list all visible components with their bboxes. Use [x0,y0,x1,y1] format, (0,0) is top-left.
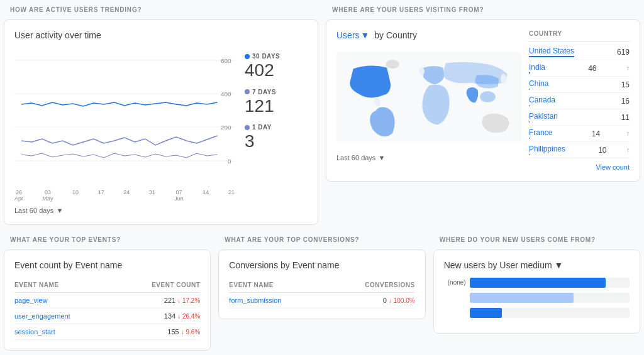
map-title: Users ▼ by Country [336,30,521,40]
metric-1-day-value: 3 [245,131,255,152]
new-users-panel-title: New users by User medium ▼ [444,260,630,270]
country-count-canada: 16 [611,97,630,106]
metric-7-days-dot [245,89,250,94]
col-conv-count: CONVERSIONS [324,278,414,293]
country-bar-india [529,72,530,74]
new-users-bar-chart: (none) [444,278,630,318]
trend-up-philippines: ↑ [626,146,630,153]
top-events-section-label: WHAT ARE YOUR TOP EVENTS? [0,230,214,246]
conversions-table: EVENT NAME CONVERSIONS form_submission 0… [229,278,414,309]
users-dropdown[interactable]: Users ▼ [336,30,369,40]
svg-point-11 [480,91,496,102]
bar-container-2 [470,293,630,303]
activity-chart-svg: 600 400 200 0 [14,48,235,186]
chart-legend: 30 DAYS 402 7 DAYS 121 [245,48,308,214]
country-count-pakistan: 11 [611,113,630,122]
last-60-days-button[interactable]: Last 60 days ▼ [14,207,63,214]
svg-text:600: 600 [221,57,231,63]
trend-up-france: ↑ [626,130,630,137]
trend-up-india: ↑ [626,65,630,72]
metric-7-days: 7 DAYS 121 [245,89,308,117]
bar-container-none [470,278,630,288]
new-users-section-label: WHERE DO YOUR NEW USERS COME FROM? [430,230,644,246]
country-row-philippines: Philippines 10 ↑ [529,142,630,158]
bar-label-none: (none) [444,279,466,286]
change-session-start: ↓ 9.6% [181,329,201,336]
country-row-india: India 46 ↑ [529,60,630,77]
world-map-svg [336,46,521,147]
metric-1-day-dot [245,125,250,130]
country-name-us[interactable]: United States [529,46,574,55]
bar-row-none: (none) [444,278,630,288]
top-conversions-panel-title: Conversions by Event name [229,260,414,270]
country-bar-france [529,138,530,139]
new-users-section: WHERE DO YOUR NEW USERS COME FROM? New u… [430,230,644,356]
events-table: EVENT NAME EVENT COUNT page_view 221 ↓ 1… [14,278,200,340]
table-row: session_start 155 ↓ 9.6% [14,324,200,339]
top-events-panel: Event count by Event name EVENT NAME EVE… [4,249,211,351]
country-count-us: 619 [611,48,630,57]
bar-container-3 [470,308,630,318]
bar-fill-2 [470,293,574,303]
active-users-panel: User activity over time 600 400 200 0 [4,19,318,225]
country-name-canada[interactable]: Canada [529,96,555,104]
metric-30-days: 30 DAYS 402 [245,53,308,81]
country-bar-canada [529,105,530,106]
bar-fill-3 [470,308,502,318]
country-bar-china [529,89,530,90]
conv-link-form-submission[interactable]: form_submission [229,297,281,304]
svg-text:200: 200 [221,124,231,130]
x-axis-labels: 26Apr 03May 10 17 24 31 07Jun 14 21 [14,189,235,202]
country-row-canada: Canada 16 [529,93,630,109]
country-bar-pakistan [529,121,530,123]
svg-point-9 [386,60,399,68]
country-row-pakistan: Pakistan 11 [529,109,630,126]
svg-text:400: 400 [221,90,231,97]
metric-1-day: 1 DAY 3 [245,124,308,152]
change-page-view: ↓ 17.2% [177,297,200,304]
country-name-china[interactable]: China [529,79,548,88]
country-table: COUNTRY United States 619 India [529,30,630,171]
country-bar-us [529,56,574,57]
map-footer: Last 60 days ▼ [336,154,521,161]
top-conversions-panel: Conversions by Event name EVENT NAME CON… [218,249,425,319]
top-events-panel-title: Event count by Event name [14,260,200,270]
map-last-60-days-button[interactable]: Last 60 days ▼ [336,154,385,161]
event-link-user-engagement[interactable]: user_engagement [14,312,70,320]
event-link-session-start[interactable]: session_start [14,328,55,336]
active-users-section-label: HOW ARE ACTIVE USERS TRENDING? [0,0,322,16]
conv-count-form-submission: 0 [383,297,387,304]
country-name-india[interactable]: India [529,63,545,72]
country-row-china: China 15 [529,77,630,93]
bar-row-2 [444,293,630,303]
bar-row-3 [444,308,630,318]
country-name-pakistan[interactable]: Pakistan [529,112,558,121]
col-event-name: EVENT NAME [14,278,114,293]
event-count-session-start: 155 [167,328,179,336]
country-count-france: 14 [581,129,600,138]
map-container: Users ▼ by Country [336,30,521,171]
svg-point-10 [419,68,425,75]
country-name-philippines[interactable]: Philippines [529,145,565,153]
new-users-panel: New users by User medium ▼ (none) [433,249,640,334]
svg-point-12 [501,74,506,84]
activity-chart-area: 600 400 200 0 26Apr 03May 10 [14,48,235,214]
top-events-section: WHAT ARE YOUR TOP EVENTS? Event count by… [0,230,214,356]
country-row-us: United States 619 [529,44,630,60]
event-link-page-view[interactable]: page_view [14,297,48,304]
country-name-france[interactable]: France [529,128,552,137]
country-count-china: 15 [611,80,630,89]
metric-30-days-dot [245,54,250,59]
active-users-panel-title: User activity over time [14,30,308,40]
col-event-count: EVENT COUNT [114,278,200,293]
bar-fill-none [470,278,606,288]
user-location-section-label: WHERE ARE YOUR USERS VISITING FROM? [322,0,644,16]
top-conversions-section: WHAT ARE YOUR TOP CONVERSIONS? Conversio… [214,230,429,356]
metric-30-days-value: 402 [245,60,274,81]
country-table-header: COUNTRY [529,30,630,41]
country-count-philippines: 10 [588,146,607,155]
metric-7-days-value: 121 [245,96,274,117]
view-count-button[interactable]: View count [529,163,630,171]
svg-text:0: 0 [228,158,231,164]
table-row: page_view 221 ↓ 17.2% [14,292,200,308]
